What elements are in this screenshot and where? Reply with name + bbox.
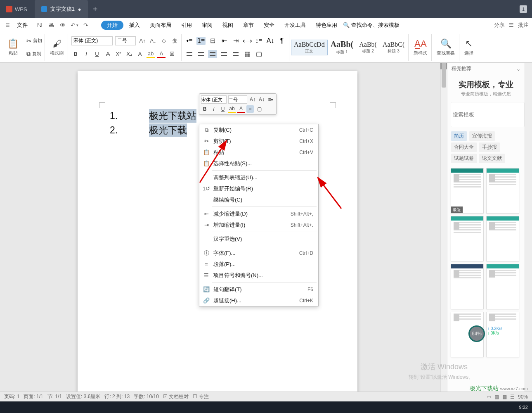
paste-button[interactable]: 📋 粘贴 — [6, 38, 20, 57]
status-setvalue[interactable]: 设置值: 3.6厘米 — [66, 393, 100, 400]
view-mode-icon[interactable]: ▤ — [494, 394, 499, 400]
style-heading2[interactable]: AaBb( 标题 2 — [356, 40, 380, 55]
mini-align-button[interactable]: ≡ — [246, 105, 254, 113]
multilevel-button[interactable]: ⊟ — [208, 37, 217, 45]
status-spellcheck[interactable]: ☑ 文档校对 — [163, 393, 189, 400]
canvas-area[interactable]: ▤ 1. 极光下载站 2. 极光下载 — [0, 63, 440, 393]
template-thumb[interactable] — [486, 264, 519, 309]
tab-page-layout[interactable]: 页面布局 — [146, 18, 175, 32]
cm-copy[interactable]: ⧉复制(C)Ctrl+C — [199, 124, 318, 135]
view-mode-icon[interactable]: ▦ — [502, 394, 507, 400]
ruler-button[interactable]: ⟷ — [243, 37, 252, 45]
tab-insert[interactable]: 插入 — [125, 18, 144, 32]
border-button[interactable]: ▢ — [254, 50, 263, 58]
bullets-button[interactable]: •≡ — [185, 37, 194, 45]
cm-continue-numbering[interactable]: 继续编号(C) — [199, 194, 318, 205]
decrease-indent-button[interactable]: ⇤ — [220, 37, 229, 45]
increase-indent-button[interactable]: ⇥ — [231, 37, 240, 45]
cm-hanzi-reselect[interactable]: 汉字重选(V) — [199, 233, 318, 244]
undo-icon[interactable]: ↶▾ — [71, 21, 78, 29]
copy-button[interactable]: ⧉复制 — [26, 50, 41, 57]
font-name-select[interactable] — [71, 36, 113, 45]
align-center-button[interactable] — [196, 50, 206, 58]
italic-button[interactable]: I — [82, 50, 90, 58]
template-search-input[interactable] — [451, 102, 525, 127]
tab-references[interactable]: 引用 — [177, 18, 196, 32]
numbering-button[interactable]: 1≡ — [196, 37, 206, 45]
file-menu[interactable]: 文件 — [14, 21, 31, 29]
mini-numbering-icon[interactable]: ≡▾ — [267, 96, 274, 103]
increase-font-icon[interactable]: A↑ — [138, 37, 147, 45]
cm-cut[interactable]: ✂剪切(T)Ctrl+X — [199, 135, 318, 147]
print-preview-icon[interactable]: 👁 — [59, 21, 66, 29]
template-thumb[interactable]: 最近 — [451, 168, 484, 214]
share-button[interactable]: 分享 — [494, 21, 505, 29]
decrease-font-icon[interactable]: A↓ — [149, 37, 157, 45]
cm-translate[interactable]: 🔄短句翻译(T)F6 — [199, 284, 318, 295]
cm-hyperlink[interactable]: 🔗超链接(H)...Ctrl+K — [199, 295, 318, 306]
style-heading3[interactable]: AaBbC( 标题 3 — [380, 40, 407, 55]
align-distribute-button[interactable] — [231, 50, 240, 58]
mini-highlight-button[interactable]: ab — [228, 105, 236, 113]
subscript-button[interactable]: X₂ — [125, 50, 133, 58]
highlight-button[interactable]: ab — [147, 50, 155, 58]
tab-start[interactable]: 开始 — [101, 21, 123, 30]
clear-format-icon[interactable]: ◇ — [160, 37, 168, 45]
bold-button[interactable]: B — [71, 50, 80, 58]
shading-button[interactable]: ▦ — [243, 50, 252, 58]
template-thumb[interactable] — [451, 264, 484, 309]
status-page[interactable]: 页面: 1/1 — [24, 393, 43, 400]
align-left-button[interactable] — [185, 50, 194, 58]
font-size-select[interactable] — [115, 36, 136, 45]
status-page-pos[interactable]: 页码: 1 — [4, 393, 19, 400]
tag-handout[interactable]: 手抄报 — [479, 142, 500, 152]
status-line-col[interactable]: 行: 2 列: 13 — [104, 393, 130, 400]
save-icon[interactable]: 🖫 — [36, 21, 43, 29]
tag-resume[interactable]: 简历 — [451, 131, 467, 141]
view-mode-icon[interactable]: ☰ — [510, 394, 515, 400]
status-section[interactable]: 节: 1/1 — [47, 393, 62, 400]
tab-developer[interactable]: 开发工具 — [280, 18, 310, 32]
template-thumb[interactable] — [486, 168, 519, 214]
mini-bold-button[interactable]: B — [201, 105, 208, 113]
style-normal[interactable]: AaBbCcDd 正文 — [291, 40, 328, 55]
strikethrough-button[interactable]: A̶ — [104, 50, 112, 58]
cut-button[interactable]: ✂剪切 — [26, 38, 42, 44]
cm-paste-special[interactable]: 📋选择性粘贴(S)... — [199, 158, 318, 169]
mini-increase-font-icon[interactable]: A↑ — [249, 96, 256, 103]
new-style-button[interactable]: A̲A 新样式 — [412, 38, 429, 57]
cm-paste[interactable]: 📋粘贴Ctrl+V — [199, 147, 318, 158]
cm-restart-numbering[interactable]: 1↺重新开始编号(R) — [199, 183, 318, 194]
tag-exam[interactable]: 试题试卷 — [451, 154, 477, 163]
vertical-scrollbar[interactable] — [440, 63, 447, 393]
redo-icon[interactable]: ↷ — [82, 21, 90, 29]
print-icon[interactable]: 🖶 — [47, 21, 55, 29]
superscript-button[interactable]: X² — [114, 50, 123, 58]
sort-icon[interactable]: A↓ — [266, 37, 275, 45]
tab-security[interactable]: 安全 — [260, 18, 279, 32]
notification-badge[interactable]: 1 — [520, 5, 527, 13]
format-painter-button[interactable]: 🖌 格式刷 — [48, 38, 65, 57]
status-focus[interactable]: ☐ 专注 — [193, 393, 208, 400]
select-button[interactable]: ↖ 选择 — [463, 38, 475, 57]
phonetic-icon[interactable]: 变 — [170, 37, 179, 45]
style-heading1[interactable]: AaBb( 标题 1 — [328, 38, 357, 56]
show-marks-icon[interactable]: ¶ — [277, 37, 286, 45]
document-tab[interactable]: 文字文稿1 ● — [35, 0, 88, 18]
underline-button[interactable]: U — [93, 50, 101, 58]
find-replace-button[interactable]: 🔍 查找替换 — [435, 38, 456, 57]
tab-review[interactable]: 审阅 — [198, 18, 217, 32]
align-right-button[interactable] — [208, 50, 217, 58]
command-search[interactable]: 🔍 查找命令、搜索模板 — [343, 21, 400, 29]
cm-increase-indent[interactable]: ⇥增加缩进量(I)Shift+Alt+. — [199, 219, 318, 230]
collab-label[interactable]: 批注 — [518, 21, 529, 29]
tab-chapter[interactable]: 章节 — [239, 18, 258, 32]
right-rail[interactable] — [525, 63, 532, 393]
cm-adjust-list-indent[interactable]: 调整列表缩进(U)... — [199, 172, 318, 183]
line-spacing-icon[interactable]: ↕≡ — [254, 37, 263, 45]
char-border-button[interactable]: ☒ — [168, 50, 176, 58]
cm-bullets-numbering[interactable]: ☰项目符号和编号(N)... — [199, 270, 318, 281]
view-mode-icon[interactable]: ▭ — [487, 394, 491, 400]
cm-paragraph[interactable]: ≡段落(P)... — [199, 259, 318, 270]
hamburger-icon[interactable]: ≡ — [3, 21, 12, 29]
